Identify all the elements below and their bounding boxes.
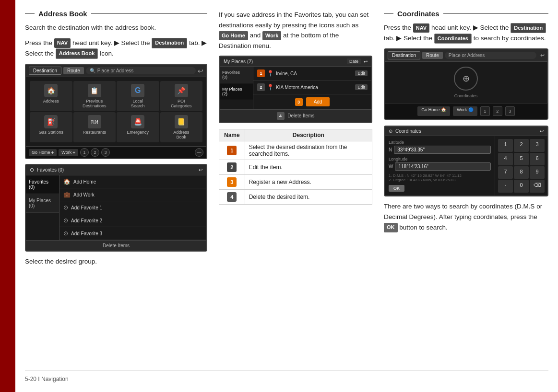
key-3[interactable]: 3 <box>530 139 545 151</box>
coord2-back-icon[interactable]: ↩ <box>540 128 544 134</box>
fav-item-fav1[interactable]: ⊙ Add Favorite 1 <box>59 201 206 214</box>
myplaces-back-icon[interactable]: ↩ <box>364 59 368 64</box>
fav-item-fav3[interactable]: ⊙ Add Favorite 3 <box>59 227 206 240</box>
screen1-search[interactable]: 🔍 Place or Address <box>86 67 196 74</box>
row1-pin-icon: 📍 <box>267 70 274 77</box>
screen-icon-addressbook[interactable]: 📒 AddressBook <box>160 112 203 142</box>
screen1-topbar: Destination Route 🔍 Place or Address ↩ <box>26 65 206 77</box>
col1-para1: Search the destination with the address … <box>25 23 207 33</box>
key-5[interactable]: 5 <box>514 153 529 165</box>
bottom-num-end[interactable]: — <box>195 148 203 157</box>
num-badge-2: 2 <box>227 162 237 172</box>
key-8[interactable]: 8 <box>514 166 529 179</box>
fav2-label: Add Favorite 2 <box>71 218 102 223</box>
fav2-tab-myplaces[interactable]: My Places(2) <box>220 83 253 100</box>
table-row-2: 2 Edit the item. <box>219 160 372 175</box>
coord2-lng-input[interactable]: 118°14'23.16" <box>395 162 491 171</box>
key-2[interactable]: 2 <box>514 139 529 151</box>
coord2-ok-row: OK <box>389 185 491 192</box>
myplaces-row-1[interactable]: 1 📍 Irvine, CA Edit <box>253 67 371 81</box>
col2-delete-bar[interactable]: 4 Delete Items <box>220 109 371 122</box>
myplaces-sort[interactable]: Date <box>347 58 361 64</box>
coord2-lat-row: N 33°49'33.35" <box>389 146 491 154</box>
gas-label: Gas Stations <box>38 130 63 135</box>
coord2-lng-row: W 118°14'23.16" <box>389 162 491 171</box>
key-7[interactable]: 7 <box>498 166 513 179</box>
left-sidebar <box>0 0 15 392</box>
bottom-num-2[interactable]: 2 <box>91 148 99 157</box>
col2-favorites: If you save address in the Favorites tab… <box>219 10 372 361</box>
coord-screen1: Destination Route Place or Address ↩ ⊕ C… <box>384 48 548 120</box>
screen-icon-address[interactable]: 🏠 Address <box>30 81 72 111</box>
coord-num-2[interactable]: 2 <box>493 106 502 116</box>
key-del[interactable]: ⌫ <box>530 180 545 193</box>
screen2-left-panel: Favorites(0) My Places(0) <box>26 175 59 240</box>
fav-item-work[interactable]: 💼 Add Work <box>59 188 206 201</box>
key-dot[interactable]: · <box>498 180 513 193</box>
coord-work-btn[interactable]: Work 🔵 <box>453 106 477 116</box>
myplaces-row-2[interactable]: 2 📍 KIA Motors America Edit <box>253 81 371 94</box>
row2-pin-icon: 📍 <box>267 84 274 91</box>
coord-tab-route[interactable]: Route <box>422 52 443 59</box>
nav-badge-1: NAV <box>54 38 71 48</box>
compass-icon: ⊕ <box>454 67 478 91</box>
screen-icon-previous[interactable]: 📋 PreviousDestinations <box>73 81 116 111</box>
go-home-btn[interactable]: Go Home + <box>29 149 57 156</box>
key-9[interactable]: 9 <box>530 166 545 179</box>
fav-item-home[interactable]: 🏠 Add Home <box>59 175 206 188</box>
fav-tab-myplaces[interactable]: My Places(0) <box>26 194 59 213</box>
coord-back-icon[interactable]: ↩ <box>540 52 545 58</box>
col2-left-panel: Favorites(0) My Places(2) <box>220 67 253 109</box>
col3-para2: There are two ways to search by coordina… <box>384 201 548 232</box>
coord-num-1[interactable]: 1 <box>480 106 490 116</box>
col2-myplaces-screen: My Places (2) Date ↩ Favorites(0) My Pla… <box>219 56 372 123</box>
bottom-num-3[interactable]: 3 <box>101 148 110 157</box>
row2-edit-btn[interactable]: Edit <box>355 84 368 90</box>
screen1-bottom-bar: Go Home + Work + 1 2 3 — <box>26 146 206 158</box>
screen1-tab-destination[interactable]: Destination <box>29 67 61 75</box>
coord-left-content: ⊕ Coordinates <box>385 62 547 103</box>
footer: 5-20 I Navigation <box>25 370 548 382</box>
coord-num-3[interactable]: 3 <box>505 106 515 116</box>
screen-icon-local[interactable]: G LocalSearch <box>117 81 159 111</box>
delete-bar-label: Delete Items <box>287 113 314 118</box>
fav-tab-favorites[interactable]: Favorites(0) <box>26 175 59 194</box>
coord-gohome-btn[interactable]: Go Home 🏠 <box>417 106 450 116</box>
col1-para2: Press the NAV head unit key. ▶ Select th… <box>25 38 207 59</box>
coord2-hint2: 2. Degree : 8I 42.274085, W 83.625311 <box>389 178 491 182</box>
address-book-title: Address Book <box>35 10 91 18</box>
fav2-tab-favorites[interactable]: Favorites(0) <box>220 67 253 83</box>
key-0[interactable]: 0 <box>514 180 529 193</box>
coord2-ok-btn[interactable]: OK <box>389 185 404 192</box>
table-row1-desc: Select the desired destination from the … <box>245 141 372 160</box>
bottom-num-1[interactable]: 1 <box>80 148 89 157</box>
work-btn[interactable]: Work + <box>59 149 78 156</box>
addressbook-label: AddressBook <box>173 130 189 139</box>
screen2-delete-bar[interactable]: Delete Items <box>26 240 206 251</box>
coord-topbar: Destination Route Place or Address ↩ <box>385 49 547 62</box>
table-header-desc: Description <box>245 129 372 141</box>
work-inline-btn: Work <box>262 31 281 41</box>
screen-icon-gas[interactable]: ⛽ Gas Stations <box>30 112 72 142</box>
fav-item-fav2[interactable]: ⊙ Add Favorite 2 <box>59 214 206 227</box>
row1-edit-btn[interactable]: Edit <box>355 70 368 76</box>
key-4[interactable]: 4 <box>498 153 513 165</box>
col3-para2-end: button to search. <box>399 224 448 231</box>
table-row4-num: 4 <box>219 190 245 205</box>
coord-work-icon: 🔵 <box>468 107 474 112</box>
coord2-hint1: 1. D.M.S : N 42° 16 28.82° W 84° 47 11.1… <box>389 173 491 178</box>
screen-icon-poi[interactable]: 📌 POICategories <box>160 81 203 111</box>
key-1[interactable]: 1 <box>498 139 513 151</box>
screen-icon-emergency[interactable]: 🚨 Emergency <box>117 112 159 142</box>
local-search-icon: G <box>131 84 144 97</box>
coord2-lat-input[interactable]: 33°49'33.35" <box>394 146 491 154</box>
fav3-icon: ⊙ <box>63 230 68 237</box>
key-6[interactable]: 6 <box>530 153 545 165</box>
add-btn[interactable]: Add <box>306 97 330 106</box>
coord-search[interactable]: Place or Address <box>445 52 536 59</box>
favorites-back-icon[interactable]: ↩ <box>199 167 202 173</box>
screen1-back-icon[interactable]: ↩ <box>198 67 203 75</box>
coord-tab-destination[interactable]: Destination <box>388 51 420 59</box>
screen1-tab-route[interactable]: Route <box>63 67 84 74</box>
screen-icon-restaurants[interactable]: 🍽 Restaurants <box>73 112 116 142</box>
